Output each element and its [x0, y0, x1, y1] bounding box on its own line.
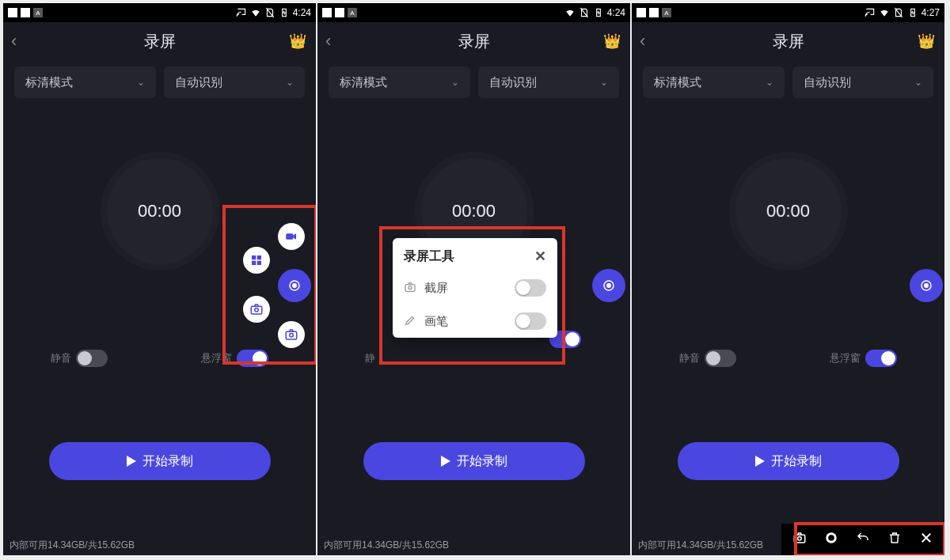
screenshot-toggle[interactable] — [515, 279, 546, 297]
svg-point-23 — [828, 535, 834, 541]
svg-rect-4 — [252, 255, 256, 259]
notif-icon — [21, 8, 30, 17]
svg-point-21 — [798, 537, 802, 541]
svg-rect-7 — [257, 261, 261, 265]
mute-toggle[interactable] — [76, 350, 108, 367]
pen-toggle[interactable] — [515, 312, 546, 330]
status-bar: A 4:24 — [317, 3, 630, 22]
cast-icon — [864, 7, 876, 18]
play-icon — [127, 456, 136, 467]
title-bar: ‹ 录屏 👑 — [317, 22, 630, 60]
app-notif-icon: A — [662, 8, 671, 17]
mute-toggle[interactable] — [705, 350, 736, 367]
storage-text: 内部可用14.34GB/共15.62GB — [638, 539, 763, 552]
storage-text: 内部可用14.34GB/共15.62GB — [324, 539, 449, 552]
trash-icon[interactable] — [887, 531, 902, 548]
clock: 4:24 — [293, 7, 311, 18]
mute-label: 静音 — [51, 351, 71, 365]
battery-icon — [907, 7, 918, 18]
status-bar: A 4:27 — [632, 3, 944, 22]
mode-dropdown[interactable]: 标清模式 ⌄ — [643, 66, 785, 98]
svg-point-11 — [290, 334, 294, 338]
mode-label: 标清模式 — [25, 75, 73, 90]
back-button[interactable]: ‹ — [11, 31, 17, 51]
battery-icon — [279, 7, 290, 18]
drawing-toolbar — [781, 524, 944, 555]
title-bar: ‹ 录屏 👑 — [632, 22, 944, 60]
battery-icon — [593, 7, 604, 18]
no-sim-icon — [579, 7, 590, 18]
phone-screenshot-1: A 4:24 ‹ 录屏 👑 标清模式 ⌄ 自动识别 ⌄ 00:00 静音 — [3, 3, 316, 555]
start-label: 开始录制 — [142, 453, 193, 470]
no-sim-icon — [264, 7, 276, 18]
svg-point-14 — [607, 284, 611, 288]
start-record-button[interactable]: 开始录制 — [49, 442, 271, 480]
fab-record-button[interactable] — [278, 269, 311, 302]
crown-icon[interactable]: 👑 — [289, 32, 306, 50]
undo-icon[interactable] — [856, 531, 870, 548]
svg-rect-3 — [286, 233, 293, 240]
tools-dialog: 录屏工具 ✕ 截屏 画笔 — [393, 238, 557, 338]
timer-display: 00:00 — [101, 152, 219, 271]
chevron-down-icon: ⌄ — [600, 77, 608, 88]
start-record-button[interactable]: 开始录制 — [363, 442, 585, 480]
pen-icon — [404, 314, 416, 329]
mode-dropdown[interactable]: 标清模式 ⌄ — [14, 66, 156, 98]
back-button[interactable]: ‹ — [640, 31, 645, 51]
wifi-icon — [879, 7, 890, 18]
crown-icon[interactable]: 👑 — [603, 32, 621, 50]
chevron-down-icon: ⌄ — [137, 77, 145, 88]
detect-dropdown[interactable]: 自动识别 ⌄ — [478, 66, 620, 98]
cast-icon — [236, 7, 247, 18]
fab-camera-button[interactable] — [278, 321, 305, 348]
fab-video-button[interactable] — [278, 223, 305, 250]
page-title: 录屏 — [458, 31, 490, 52]
app-notif-icon: A — [348, 8, 357, 17]
svg-rect-6 — [252, 261, 256, 265]
timer-display: 00:00 — [729, 152, 848, 271]
svg-point-16 — [408, 286, 412, 289]
detect-dropdown[interactable]: 自动识别 ⌄ — [164, 66, 306, 98]
start-record-button[interactable]: 开始录制 — [678, 442, 899, 480]
close-icon[interactable] — [919, 531, 933, 548]
storage-text: 内部可用14.34GB/共15.62GB — [10, 539, 135, 552]
crown-icon[interactable]: 👑 — [918, 32, 935, 50]
page-title: 录屏 — [144, 31, 176, 52]
no-sim-icon — [893, 7, 904, 18]
palette-icon[interactable] — [824, 531, 838, 548]
chevron-down-icon: ⌄ — [914, 77, 922, 88]
detect-dropdown[interactable]: 自动识别 ⌄ — [792, 66, 934, 98]
detect-label: 自动识别 — [175, 75, 222, 90]
back-button[interactable]: ‹ — [325, 31, 331, 51]
fab-record-button[interactable] — [910, 269, 943, 302]
svg-rect-15 — [405, 284, 415, 291]
camera-icon[interactable] — [792, 531, 807, 548]
svg-rect-10 — [286, 331, 297, 339]
detect-label: 自动识别 — [804, 75, 851, 90]
screenshot-label: 截屏 — [424, 281, 448, 296]
svg-point-19 — [925, 284, 929, 288]
mute-label: 静音 — [679, 351, 700, 365]
fab-record-button[interactable] — [592, 269, 625, 302]
chevron-down-icon: ⌄ — [451, 77, 459, 88]
close-icon[interactable]: ✕ — [534, 248, 546, 265]
fab-screenshot-button[interactable] — [243, 296, 270, 323]
app-notif-icon: A — [33, 8, 43, 17]
fab-grid-button[interactable] — [243, 247, 270, 274]
start-label: 开始录制 — [771, 453, 822, 470]
pen-toggle-row[interactable]: 画笔 — [393, 305, 557, 338]
dialog-title: 录屏工具 — [404, 248, 454, 265]
svg-rect-20 — [794, 535, 805, 543]
clock: 4:27 — [922, 7, 940, 18]
play-icon — [755, 456, 765, 467]
float-toggle[interactable] — [865, 350, 897, 367]
svg-point-9 — [255, 308, 259, 312]
phone-screenshot-3: A 4:27 ‹ 录屏 👑 标清模式 ⌄ 自动识别 ⌄ 00:00 静音 — [632, 3, 944, 555]
chevron-down-icon: ⌄ — [286, 77, 294, 88]
float-toggle[interactable] — [237, 350, 268, 367]
wifi-icon — [564, 7, 576, 18]
mode-dropdown[interactable]: 标清模式 ⌄ — [329, 66, 470, 98]
screenshot-toggle-row[interactable]: 截屏 — [393, 271, 557, 305]
start-label: 开始录制 — [457, 453, 507, 470]
clock: 4:24 — [607, 7, 625, 18]
